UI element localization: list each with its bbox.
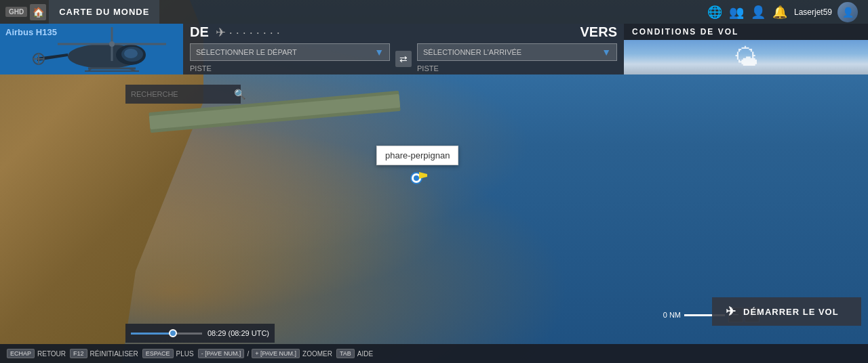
action-plus: PLUS — [176, 350, 194, 358]
aircraft-section: Airbus H135 — [0, 24, 183, 74]
globe-icon[interactable]: 🌐 — [707, 5, 722, 20]
scale-text: 0 NM — [663, 311, 681, 319]
weather-icon: 🌤 — [734, 43, 758, 72]
arrival-arrow: ▼ — [601, 47, 611, 58]
slider-fill — [131, 333, 170, 335]
username: Laserjet59 — [794, 7, 832, 17]
search-input[interactable] — [125, 90, 230, 98]
ghd-badge: GHD — [5, 7, 27, 17]
avatar: 👤 — [837, 2, 858, 22]
from-runway-label: PISTE — [190, 63, 390, 74]
start-flight-label: DÉMARRER LE VOL — [743, 307, 839, 317]
departure-select[interactable]: SÉLECTIONNER LE DÉPART ▼ — [190, 43, 390, 61]
key-tab: TAB — [336, 349, 355, 358]
flight-inputs: SÉLECTIONNER LE DÉPART ▼ PISTE ⇄ SÉLECTI… — [190, 43, 617, 74]
flight-labels: DE ✈ · · · · · · · · VERS — [190, 24, 617, 40]
flight-panel: Airbus H135 — [0, 24, 624, 74]
flight-form: DE ✈ · · · · · · · · VERS SÉLECTIONNER L… — [183, 24, 624, 74]
svg-point-6 — [124, 49, 138, 58]
user-icon[interactable]: 👤 — [751, 5, 766, 20]
to-label: VERS — [580, 24, 617, 40]
action-reinitialiser: RÉINITIALISER — [90, 350, 138, 358]
from-section: SÉLECTIONNER LE DÉPART ▼ PISTE — [190, 43, 390, 74]
bell-icon[interactable]: 🔔 — [772, 5, 787, 20]
conditions-weather: 🌤 — [624, 40, 868, 74]
home-icon[interactable]: 🏠 — [30, 4, 46, 20]
action-aide: AIDE — [357, 350, 373, 358]
conditions-content: CONDITIONS DE VOL 🌤 — [624, 24, 868, 74]
user-area: Laserjet59 👤 — [794, 2, 858, 22]
to-section: SÉLECTIONNER L'ARRIVÉE ▼ PISTE — [417, 43, 617, 74]
keyboard-bar: ECHAP RETOUR F12 RÉINITIALISER ESPACE PL… — [0, 344, 868, 363]
action-zoomer: ZOOMER — [302, 350, 332, 358]
conditions-title: CONDITIONS DE VOL — [624, 24, 868, 40]
key-espace: ESPACE — [142, 349, 174, 358]
shortcut-tab: TAB AIDE — [336, 349, 373, 358]
shortcut-escape: ECHAP RETOUR — [7, 349, 66, 358]
arrival-placeholder: SÉLECTIONNER L'ARRIVÉE — [423, 48, 521, 56]
shortcut-minus: - [PAVE NUM.] / + [PAVE NUM.] ZOOMER — [198, 349, 332, 358]
time-slider[interactable] — [131, 333, 202, 335]
map-tooltip: phare-perpignan — [376, 146, 458, 165]
arrival-select[interactable]: SÉLECTIONNER L'ARRIVÉE ▼ — [417, 43, 617, 61]
key-escape: ECHAP — [7, 349, 35, 358]
action-slash: / — [247, 350, 249, 358]
aircraft-brand: Airbus — [5, 27, 33, 37]
departure-placeholder: SÉLECTIONNER LE DÉPART — [196, 48, 297, 56]
key-minus: - [PAVE NUM.] — [198, 349, 245, 358]
conditions-panel: CONDITIONS DE VOL 🌤 — [624, 24, 868, 74]
users-icon[interactable]: 👥 — [729, 5, 744, 20]
top-bar: GHD 🏠 CARTE DU MONDE 🌐 👥 👤 🔔 Laserjet59 … — [0, 0, 868, 24]
aircraft-name: Airbus H135 — [5, 27, 57, 37]
from-label: DE — [190, 24, 209, 40]
shortcut-f12: F12 RÉINITIALISER — [70, 349, 138, 358]
shortcut-espace: ESPACE PLUS — [142, 349, 194, 358]
marker-center — [414, 175, 419, 181]
top-bar-right: 🌐 👥 👤 🔔 Laserjet59 👤 — [707, 2, 868, 22]
start-flight-button[interactable]: ✈ DÉMARRER LE VOL — [712, 297, 861, 326]
swap-button[interactable]: ⇄ — [395, 51, 412, 67]
svg-point-13 — [109, 41, 115, 47]
start-flight-icon: ✈ — [726, 304, 736, 319]
key-f12: F12 — [70, 349, 87, 358]
key-plus: + [PAVE NUM.] — [252, 349, 300, 358]
search-bar: 🔍 — [125, 85, 241, 104]
time-display: 08:29 (08:29 UTC) — [208, 329, 275, 337]
aircraft-model: H135 — [36, 27, 57, 37]
slider-thumb[interactable] — [169, 329, 177, 337]
search-button[interactable]: 🔍 — [230, 89, 250, 100]
app-title: CARTE DU MONDE — [49, 0, 159, 24]
slider-track — [131, 333, 202, 335]
time-bar: 08:29 (08:29 UTC) — [125, 324, 275, 343]
to-runway-label: PISTE — [417, 63, 617, 74]
action-retour: RETOUR — [37, 350, 66, 358]
departure-arrow: ▼ — [374, 47, 384, 58]
